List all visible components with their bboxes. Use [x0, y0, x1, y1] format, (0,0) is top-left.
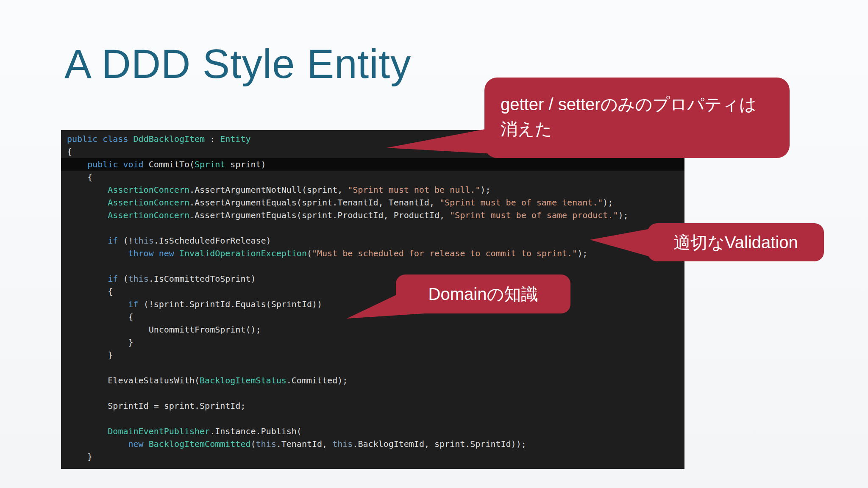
code-line: }	[61, 349, 684, 361]
callout-domain-text: Domainの知識	[428, 283, 538, 306]
code-block: public class DddBacklogItem : Entity{ pu…	[61, 130, 684, 469]
code-line: UncommittFromSprint();	[61, 323, 684, 336]
code-line	[61, 222, 684, 234]
callout-getter-setter-line1: getter / setterのみのプロパティは	[501, 92, 773, 116]
slide-title: A DDD Style Entity	[64, 41, 411, 87]
code-line: {	[61, 171, 684, 183]
code-line: SprintId = sprint.SprintId;	[61, 399, 684, 412]
code-line: ElevateStatusWith(BacklogItemStatus.Comm…	[61, 374, 684, 387]
code-line: {	[61, 311, 684, 323]
callout-validation: 適切なValidation	[648, 223, 824, 261]
code-line: AssertionConcern.AssertArgumentEquals(sp…	[61, 209, 684, 222]
code-line: }	[61, 336, 684, 349]
code-line	[61, 260, 684, 272]
code-line: if (!this.IsScheduledForRelease)	[61, 234, 684, 247]
slide: A DDD Style Entity public class DddBackl…	[0, 0, 868, 488]
code-line: }	[61, 450, 684, 463]
code-line: DomainEventPublisher.Instance.Publish(	[61, 425, 684, 438]
code-line	[61, 361, 684, 374]
code-line: public void CommitTo(Sprint sprint)	[61, 158, 684, 171]
code-line	[61, 387, 684, 399]
code-line: if (!sprint.SprintId.Equals(SprintId))	[61, 298, 684, 311]
code-line	[61, 412, 684, 425]
code-line: AssertionConcern.AssertArgumentEquals(sp…	[61, 196, 684, 209]
code-line: {	[61, 285, 684, 298]
callout-getter-setter-line2: 消えた	[501, 116, 773, 141]
code-line: new BacklogItemCommitted(this.TenantId, …	[61, 438, 684, 450]
code-line: AssertionConcern.AssertArgumentNotNull(s…	[61, 183, 684, 196]
callout-validation-text: 適切なValidation	[673, 231, 798, 254]
callout-domain: Domainの知識	[396, 274, 570, 313]
code-line: throw new InvalidOperationException("Mus…	[61, 247, 684, 260]
code-line: if (this.IsCommittedToSprint)	[61, 272, 684, 285]
callout-getter-setter: getter / setterのみのプロパティは 消えた	[484, 78, 790, 158]
